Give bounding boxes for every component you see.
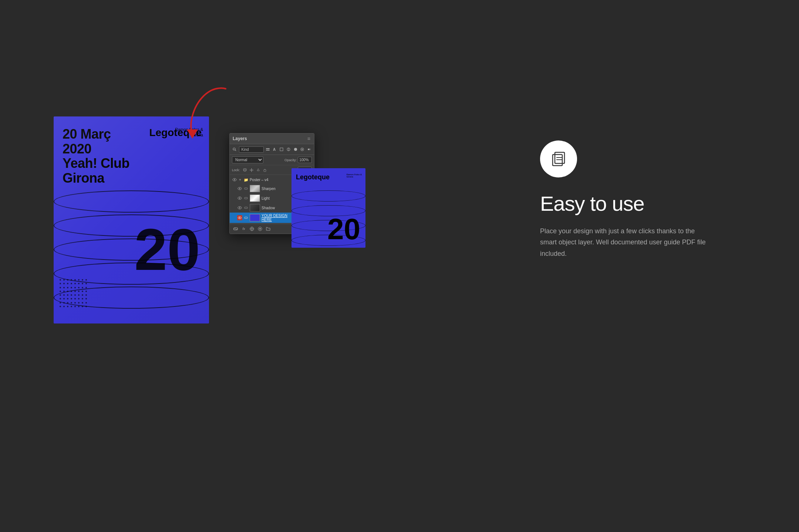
smart-filter-icon[interactable]	[286, 146, 291, 153]
dot	[74, 287, 76, 288]
blend-mode-row: Normal Multiply Screen Overlay Opacity:	[230, 155, 314, 165]
fx-icon[interactable]: fx	[241, 226, 247, 232]
dot	[74, 298, 76, 299]
dot	[78, 291, 80, 292]
sharpen-thumbnail	[250, 185, 260, 192]
dot	[82, 291, 83, 292]
panel-search-row: Kind A	[230, 144, 314, 155]
info-heading: Easy to use	[540, 192, 725, 215]
search-icon	[232, 146, 237, 153]
dot	[60, 279, 61, 281]
dot	[74, 306, 76, 307]
blend-mode-select[interactable]: Normal Multiply Screen Overlay	[232, 156, 263, 163]
dot	[63, 283, 65, 284]
type-filter-icon[interactable]: A	[272, 146, 278, 153]
effect-filter-icon[interactable]	[300, 146, 305, 153]
dot	[71, 283, 72, 284]
dot	[60, 283, 61, 284]
color-filter-icon[interactable]	[293, 146, 298, 153]
group-icon[interactable]	[265, 226, 271, 232]
toggle-filter-icon[interactable]	[306, 146, 312, 153]
lock-position-icon[interactable]	[249, 167, 254, 173]
svg-point-9	[294, 148, 297, 151]
dot	[85, 287, 87, 288]
sharpen-visibility-icon[interactable]	[237, 186, 242, 191]
panel-menu-icon[interactable]: ≡	[307, 136, 311, 142]
dot	[74, 291, 76, 292]
light-thumbnail	[250, 194, 260, 202]
svg-point-30	[239, 217, 240, 218]
dot	[82, 302, 83, 304]
dot	[67, 298, 68, 299]
lock-art-icon[interactable]	[256, 167, 261, 173]
dot	[67, 291, 68, 292]
dot	[71, 291, 72, 292]
dot	[74, 283, 76, 284]
pixel-filter-icon[interactable]	[265, 146, 271, 153]
lock-label: Lock:	[232, 168, 240, 172]
dot	[67, 287, 68, 288]
svg-point-19	[234, 179, 235, 180]
panel-title: Layers	[233, 136, 247, 141]
dot	[60, 302, 61, 304]
dot	[67, 302, 68, 304]
dot	[63, 302, 65, 304]
svg-point-1	[233, 148, 235, 150]
dot	[78, 306, 80, 307]
arrow-svg	[170, 81, 244, 140]
design-thumbnail	[250, 214, 260, 221]
sharpen-link-icon	[244, 186, 248, 191]
group-folder-icon: 📁	[244, 178, 248, 182]
dot	[78, 298, 80, 299]
info-section: Easy to use Place your design with just …	[540, 140, 725, 259]
light-link-icon	[244, 196, 248, 200]
dot	[78, 302, 80, 304]
poster-left: 20 Març 2020 Yeah! Club Girona Legoteque…	[54, 116, 209, 323]
svg-marker-0	[187, 129, 198, 139]
svg-point-36	[259, 228, 261, 230]
adjustment-icon[interactable]	[249, 226, 255, 232]
design-link-icon	[244, 216, 248, 220]
dot	[71, 287, 72, 288]
lock-all-icon[interactable]	[262, 167, 267, 173]
svg-rect-17	[264, 170, 266, 172]
group-chevron-icon: ▼	[239, 178, 242, 182]
dot	[78, 279, 80, 281]
mask-icon[interactable]	[257, 226, 263, 232]
svg-point-24	[239, 198, 240, 199]
light-visibility-icon[interactable]	[237, 196, 242, 201]
shape-filter-icon[interactable]	[279, 146, 284, 153]
design-visibility-icon[interactable]	[237, 215, 242, 220]
dot	[82, 306, 83, 307]
opacity-input[interactable]	[298, 157, 312, 163]
link-icon[interactable]	[233, 226, 239, 232]
dot-grid: // dots will be added by JS below	[60, 279, 89, 309]
smart-object-icon	[550, 151, 567, 167]
dot	[67, 306, 68, 307]
dot	[74, 294, 76, 296]
poster-right-subtitle: Ramon Folco &Girona	[347, 173, 362, 178]
svg-rect-31	[245, 217, 247, 218]
svg-point-12	[309, 149, 311, 150]
dot	[71, 294, 72, 296]
poster-right-number: 20	[327, 214, 360, 244]
shadow-visibility-icon[interactable]	[237, 205, 242, 210]
svg-text:A: A	[273, 148, 276, 152]
svg-rect-28	[245, 207, 247, 209]
dot	[82, 294, 83, 296]
opacity-label: Opacity:	[284, 158, 297, 162]
poster-right: Legoteque Ramon Folco &Girona 20	[291, 168, 365, 248]
dot	[85, 291, 87, 292]
dot	[78, 283, 80, 284]
dot	[82, 287, 83, 288]
dot	[60, 306, 61, 307]
dot	[71, 279, 72, 281]
svg-line-2	[235, 150, 236, 151]
kind-dropdown[interactable]: Kind	[239, 146, 264, 153]
arrow-container	[170, 81, 244, 140]
ring-1	[54, 190, 209, 213]
dot	[74, 302, 76, 304]
group-visibility-icon[interactable]	[232, 177, 237, 182]
dot	[78, 287, 80, 288]
lock-pixels-icon[interactable]	[242, 167, 247, 173]
